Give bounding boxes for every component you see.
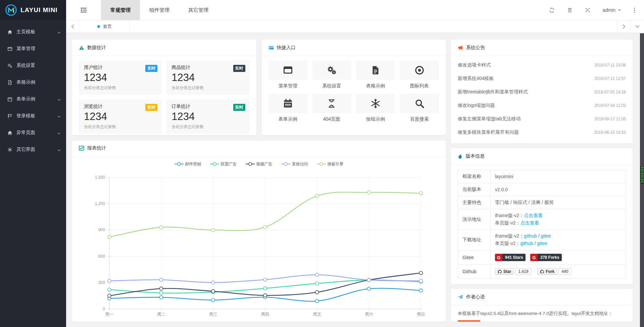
quick-item-menu[interactable]: 菜单管理: [268, 60, 308, 89]
main-area: 常规管理 组件管理 其它管理 admin: [66, 0, 644, 327]
layui-doc-badge[interactable]: layui文档: [458, 320, 480, 322]
stat-products[interactable]: 商品统计 1234 当前分类总记录数 实时: [166, 60, 249, 95]
notice-item[interactable]: 修改选项卡样式 2019-07-11 23:06: [458, 58, 626, 72]
notice-text: 修复左侧菜单缩放tab无法移动: [458, 116, 521, 122]
chevron-down-icon: [57, 147, 61, 152]
sidebar-item-login-template[interactable]: 登录模板: [0, 108, 66, 124]
version-row-value: G941 Stars G278 Forks: [491, 250, 626, 265]
stat-views[interactable]: 浏览统计 1234 当前分类总记录数 实时: [79, 99, 162, 134]
logo[interactable]: LAYUI MINI: [0, 0, 66, 20]
table-row: Github Star 1,419 Fork 440: [458, 265, 626, 279]
stat-users[interactable]: 用户统计 1234 当前分类总记录数 实时: [79, 60, 162, 95]
sidebar: LAYUI MINI 主页模板 菜单管理 系统设置 表格示例 表单示例 登录模板: [0, 0, 66, 327]
github-star-count: 1,419: [515, 268, 531, 275]
stat-orders[interactable]: 订单统计 1234 当前分类总记录数 实时: [166, 99, 249, 134]
github-fork-badge[interactable]: Fork 440: [537, 268, 571, 275]
sidebar-item-error-pages[interactable]: 异常页面: [0, 124, 66, 141]
file-text-icon: [356, 60, 395, 80]
version-card: 版本信息 框架名称 layuimini 当前版本 v2.0.0 主要特色: [451, 148, 633, 284]
fullscreen-icon[interactable]: [585, 7, 590, 13]
notice-date: 2019-07-11 23:06: [594, 63, 626, 68]
version-row-label: Github: [458, 265, 491, 279]
tab-scroll-left-icon[interactable]: [66, 21, 80, 33]
notice-item[interactable]: 修复左侧菜单缩放tab无法移动 2019-06-17 11:55: [458, 112, 626, 126]
quick-item-settings[interactable]: 系统设置: [312, 60, 351, 89]
svg-text:周三: 周三: [209, 312, 217, 317]
demo-link[interactable]: 点击查看: [524, 213, 543, 218]
table-row: 框架名称 layuimini: [458, 170, 626, 183]
notice-card: 系统公告 修改选项卡样式 2019-07-11 23:06 新增系统404模板 …: [451, 40, 633, 144]
sidebar-item-form-example[interactable]: 表单示例: [0, 91, 66, 108]
tab-actions-dropdown-icon[interactable]: [631, 21, 644, 33]
gitee-link[interactable]: gitee: [541, 233, 551, 239]
quick-item-form[interactable]: 表单示例: [268, 94, 308, 122]
version-row-label: 主要特色: [458, 196, 491, 209]
svg-text:900: 900: [98, 228, 105, 232]
quick-item-baidu-search[interactable]: 百度搜索: [400, 94, 439, 122]
sidebar-item-label: 异常页面: [16, 130, 57, 136]
sidebar-item-other-ui[interactable]: 其它界面: [0, 141, 66, 158]
bullhorn-icon: [458, 45, 463, 50]
chevron-down-icon: [57, 130, 61, 135]
scrollbar[interactable]: [640, 33, 644, 327]
chevron-down-icon: [57, 29, 61, 35]
notice-item[interactable]: 新增treetable插件和菜单管理样式 2019-07-05 14:28: [458, 85, 626, 99]
version-row-label: 下载地址: [458, 230, 491, 250]
menu-collapse-icon[interactable]: [66, 0, 101, 20]
legend-item-邮件营销[interactable]: 邮件营销: [175, 161, 201, 167]
gitee-icon: G: [530, 254, 538, 261]
more-icon[interactable]: [634, 7, 635, 13]
stats-card-header: 数据统计: [72, 40, 256, 56]
notice-item[interactable]: 修改logo缩放问题 2019-07-04 11:02: [458, 99, 626, 112]
version-table-wrap: 框架名称 layuimini 当前版本 v2.0.0 主要特色 零门槛 / 响应…: [451, 165, 633, 284]
notice-item[interactable]: 修复多模块菜单栏展开有问题 2019-06-13 14:53: [458, 126, 626, 139]
legend-item-直接访问[interactable]: 直接访问: [281, 161, 308, 167]
sidebar-item-system-settings[interactable]: 系统设置: [0, 57, 66, 74]
demo-line-prefix: iframe版-v2：: [495, 213, 524, 218]
quick-item-buttons[interactable]: 按钮示例: [356, 94, 395, 122]
github-link[interactable]: github: [520, 241, 533, 246]
notice-item[interactable]: 新增系统404模板 2019-07-11 12:57: [458, 72, 626, 85]
notice-date: 2019-07-04 11:02: [594, 103, 626, 108]
version-row-value: 零门槛 / 响应式 / 清爽 / 极简: [491, 196, 626, 209]
top-nav-tab-other[interactable]: 其它管理: [179, 0, 218, 20]
user-menu[interactable]: admin: [603, 7, 621, 13]
svg-text:周六: 周六: [365, 312, 373, 317]
report-chart-header: 报表统计: [72, 140, 446, 157]
status-badge: 实时: [145, 104, 157, 111]
svg-text:300: 300: [98, 280, 105, 285]
top-nav-tab-general[interactable]: 常规管理: [101, 0, 140, 20]
sidebar-item-home-template[interactable]: 主页模板: [0, 24, 66, 40]
github-star-badge[interactable]: Star 1,419: [495, 268, 531, 275]
quick-item-table[interactable]: 表格示例: [356, 60, 395, 89]
github-star-label: Star: [503, 269, 511, 274]
sidebar-item-menu-management[interactable]: 菜单管理: [0, 40, 66, 57]
gitee-stars-badge[interactable]: G941 Stars: [495, 254, 526, 261]
tab-scroll-right-icon[interactable]: [617, 21, 631, 33]
demo-link[interactable]: 点击查看: [520, 220, 539, 226]
window-icon: [7, 46, 13, 51]
github-icon: [540, 270, 544, 274]
trash-icon[interactable]: [567, 7, 573, 13]
left-column: 数据统计 用户统计 1234 当前分类总记录数 实时 商品统计 1234 当前分…: [72, 40, 446, 322]
legend-item-搜索引擎[interactable]: 搜索引擎: [317, 161, 344, 167]
quick-item-404[interactable]: 404页面: [312, 94, 351, 122]
legend-label: 直接访问: [292, 161, 308, 167]
file-icon: [7, 80, 13, 85]
legend-item-联盟广告[interactable]: 联盟广告: [210, 161, 237, 167]
gitee-link[interactable]: gitee: [537, 241, 547, 246]
refresh-icon[interactable]: [549, 7, 555, 13]
github-link[interactable]: github: [524, 233, 537, 239]
legend-item-视频广告[interactable]: 视频广告: [246, 161, 273, 167]
quick-item-icons[interactable]: 图标列表: [400, 60, 439, 89]
link-separator: /: [533, 241, 537, 246]
active-tab-dot: [97, 25, 100, 28]
sidebar-item-table-example[interactable]: 表格示例: [0, 74, 66, 91]
tab-home[interactable]: 首页: [80, 21, 130, 33]
gitee-forks-badge[interactable]: G278 Forks: [530, 254, 562, 261]
gitee-icon: G: [495, 254, 502, 261]
quick-item-label: 图标列表: [400, 83, 439, 89]
version-row-label: Gitee: [458, 250, 491, 265]
top-nav-tab-components[interactable]: 组件管理: [140, 0, 179, 20]
scrollbar-thumb[interactable]: [641, 165, 644, 184]
